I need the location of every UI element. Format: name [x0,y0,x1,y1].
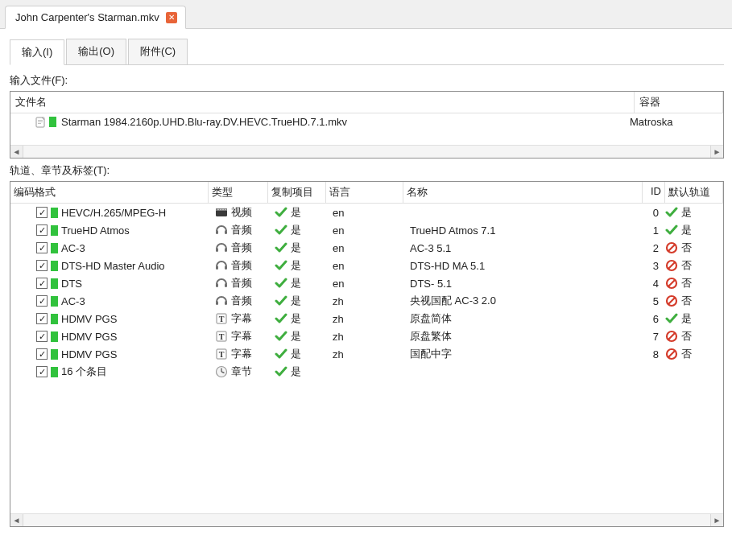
track-copy: 是 [291,294,301,308]
yes-icon [665,224,678,237]
track-body: ✓HEVC/H.265/MPEG-H视频是en0是✓TrueHD Atmos音频… [10,204,723,381]
yes-icon [275,365,287,378]
close-icon[interactable]: ✕ [166,12,177,23]
yes-icon [275,206,287,219]
track-checkbox[interactable]: ✓ [36,331,48,342]
status-block-icon [51,261,58,271]
track-checkbox[interactable]: ✓ [36,207,48,218]
col-filename[interactable]: 文件名 [10,92,635,113]
yes-icon [665,312,678,325]
track-default: 否 [681,276,692,290]
track-checkbox[interactable]: ✓ [36,313,48,324]
col-codec[interactable]: 编码格式 [10,182,209,203]
track-codec: DTS [61,278,82,290]
scroll-right-icon[interactable]: ► [710,514,723,526]
track-codec: AC-3 [61,295,85,307]
headphones-icon [215,224,228,237]
track-row[interactable]: ✓HDMV PGS字幕是zh原盘繁体7否 [10,327,723,345]
track-list-scrollbar[interactable]: ◄ ► [10,513,723,526]
track-copy: 是 [291,329,301,344]
scroll-left-icon[interactable]: ◄ [10,514,23,526]
col-name[interactable]: 名称 [403,182,643,203]
col-type[interactable]: 类型 [209,182,268,203]
track-codec: AC-3 [61,242,85,254]
status-block-icon [49,117,56,127]
tab-output[interactable]: 输出(O) [66,39,126,64]
col-container[interactable]: 容器 [635,92,723,113]
track-row[interactable]: ✓HEVC/H.265/MPEG-H视频是en0是 [10,204,723,221]
track-default: 是 [681,223,692,237]
track-copy: 是 [291,347,301,361]
track-id: 0 [653,207,659,219]
tab-input[interactable]: 输入(I) [10,39,64,65]
track-name: DTS-HD MA 5.1 [410,260,485,272]
track-row[interactable]: ✓DTS音频是enDTS- 5.14否 [10,274,723,292]
track-copy: 是 [291,364,301,379]
yes-icon [275,277,287,290]
track-type: 音频 [231,258,252,273]
track-default: 是 [681,205,692,220]
file-row[interactable]: Starman 1984.2160p.UHD.Blu-ray.DV.HEVC.T… [10,113,723,130]
tab-attachments[interactable]: 附件(C) [128,39,188,64]
track-checkbox[interactable]: ✓ [36,366,48,377]
yes-icon [275,330,287,343]
track-checkbox[interactable]: ✓ [36,295,48,307]
track-row[interactable]: ✓16 个条目章节是 [10,363,723,381]
status-block-icon [51,278,58,289]
track-codec: HDMV PGS [61,331,117,343]
col-copy[interactable]: 复制项目 [268,182,326,203]
headphones-icon [215,294,228,307]
track-row[interactable]: ✓AC-3音频是enAC-3 5.12否 [10,239,723,257]
track-checkbox[interactable]: ✓ [36,224,48,236]
track-lang: zh [333,331,344,343]
track-name: TrueHD Atmos 7.1 [410,224,495,237]
status-block-icon [51,367,58,377]
subtitle-icon [215,330,228,343]
track-header: 编码格式 类型 复制项目 语言 名称 ID 默认轨道 [10,182,723,204]
track-row[interactable]: ✓HDMV PGS字幕是zh国配中字8否 [10,345,723,363]
no-icon [665,330,678,343]
no-icon [665,259,678,272]
track-row[interactable]: ✓DTS-HD Master Audio音频是enDTS-HD MA 5.13否 [10,257,723,274]
yes-icon [275,224,287,237]
track-name: 原盘简体 [410,311,452,326]
track-list[interactable]: 编码格式 类型 复制项目 语言 名称 ID 默认轨道 ✓HEVC/H.265/M… [10,181,724,527]
input-file-label: 输入文件(F): [10,73,724,88]
track-lang: en [333,224,344,237]
yes-icon [275,259,287,272]
track-id: 3 [653,260,659,272]
track-id: 5 [653,295,659,307]
scroll-thumb[interactable] [23,514,710,526]
track-type: 音频 [231,276,252,290]
track-checkbox[interactable]: ✓ [36,278,48,289]
track-lang: en [333,242,344,254]
scroll-thumb[interactable] [23,146,710,158]
scroll-left-icon[interactable]: ◄ [10,146,23,158]
track-row[interactable]: ✓TrueHD Atmos音频是enTrueHD Atmos 7.11是 [10,221,723,239]
track-row[interactable]: ✓AC-3音频是zh央视国配 AC-3 2.05否 [10,292,723,310]
track-row[interactable]: ✓HDMV PGS字幕是zh原盘简体6是 [10,310,723,327]
track-checkbox[interactable]: ✓ [36,260,48,271]
track-type: 章节 [231,364,252,379]
track-checkbox[interactable]: ✓ [36,348,48,360]
input-file-list[interactable]: 文件名 容器 Starman 1984.2160p.UHD.Blu-ray.DV… [10,91,724,159]
track-checkbox[interactable]: ✓ [36,242,48,253]
track-name: DTS- 5.1 [410,278,452,290]
file-tab[interactable]: John Carpenter's Starman.mkv ✕ [5,6,186,29]
col-id[interactable]: ID [643,182,665,203]
col-lang[interactable]: 语言 [326,182,403,203]
status-block-icon [51,331,58,342]
col-default[interactable]: 默认轨道 [665,182,723,203]
track-copy: 是 [291,311,301,326]
track-id: 4 [653,278,659,290]
scroll-right-icon[interactable]: ► [710,146,723,158]
track-codec: 16 个条目 [61,364,107,379]
track-codec: TrueHD Atmos [61,224,130,237]
file-list-scrollbar[interactable]: ◄ ► [10,145,723,158]
video-icon [215,206,228,219]
track-lang: zh [333,348,344,360]
file-name: Starman 1984.2160p.UHD.Blu-ray.DV.HEVC.T… [61,116,630,128]
track-name: AC-3 5.1 [410,242,451,254]
track-type: 字幕 [231,329,252,344]
track-default: 否 [681,241,692,255]
